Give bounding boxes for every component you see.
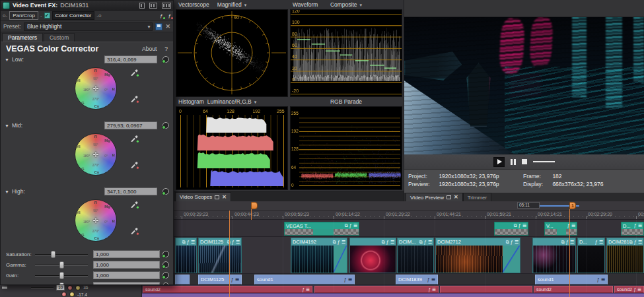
- play-button[interactable]: [493, 157, 505, 167]
- edit-cursor-line[interactable]: [229, 211, 230, 297]
- color-wheel[interactable]: RMgBCyGYl90°0°180°270°✛: [75, 67, 117, 110]
- track-volume-value[interactable]: 10: [56, 284, 65, 290]
- pan-crop-icon[interactable]: ⧉: [419, 239, 423, 246]
- event-menu-icon[interactable]: ☰: [353, 222, 357, 229]
- event-menu-icon[interactable]: ☰: [601, 277, 605, 283]
- timeline-clip-video[interactable]: D...ƒ☰: [577, 238, 605, 273]
- timeline-clip-title[interactable]: D...ƒ☰: [621, 222, 644, 236]
- slider-track[interactable]: [35, 282, 88, 285]
- event-menu-icon[interactable]: ☰: [638, 239, 642, 246]
- timeline-clip-audio[interactable]: DCIM1125ƒ☰: [198, 275, 242, 284]
- tab-trimmer[interactable]: Trimmer: [463, 193, 491, 201]
- timeline-clip-title[interactable]: V...ƒ☰: [544, 222, 577, 236]
- event-fx-icon[interactable]: ƒ: [427, 277, 430, 283]
- slider-thumb[interactable]: [51, 251, 55, 258]
- stop-button[interactable]: [522, 159, 527, 164]
- eyedropper-complement-icon[interactable]: [130, 94, 139, 103]
- mute-icon[interactable]: [61, 292, 67, 297]
- slider-thumb[interactable]: [59, 272, 64, 279]
- animate-keyframe-icon[interactable]: [162, 261, 169, 268]
- timeline-clip-audio[interactable]: sound1ƒ☰: [254, 275, 355, 284]
- timeline-clip-audio2[interactable]: sound2: [534, 286, 613, 293]
- event-menu-icon[interactable]: ☰: [390, 239, 394, 246]
- timeline-clip-audio2[interactable]: [440, 286, 532, 293]
- region-label[interactable]: 05:11: [517, 202, 540, 209]
- preview-options-button[interactable]: [533, 160, 555, 164]
- event-menu-icon[interactable]: ☰: [348, 277, 352, 283]
- animate-keyframe-icon[interactable]: [162, 272, 169, 279]
- tab-video-preview[interactable]: Video Preview ✕: [406, 193, 463, 201]
- slider-thumb[interactable]: [59, 261, 64, 269]
- histogram-mode-dropdown[interactable]: Luminance/R,G,B: [207, 98, 257, 105]
- event-fx-icon[interactable]: ƒ: [349, 222, 352, 229]
- collapse-arrow-icon[interactable]: ▼: [5, 189, 9, 194]
- pan-crop-icon[interactable]: ⧉: [506, 239, 509, 246]
- timeline-clip-video[interactable]: ⧉ƒ☰: [175, 238, 197, 273]
- timeline-marker-flag[interactable]: [251, 202, 258, 209]
- color-wheel[interactable]: RMgBCyGYl90°0°180°270°✛: [75, 199, 117, 242]
- event-fx-icon[interactable]: ƒ: [303, 286, 305, 292]
- timeline-marker-flag[interactable]: 1: [569, 202, 576, 209]
- timeline-clip-video[interactable]: DCIM1125⧉ƒ☰: [198, 238, 242, 273]
- wheel-value-field[interactable]: 347,1; 0,500: [104, 187, 157, 195]
- timeline-clip-video[interactable]: ⧉ƒ☰: [349, 238, 396, 273]
- about-link[interactable]: About: [142, 46, 157, 52]
- preset-dropdown[interactable]: Blue Highlight: [24, 22, 153, 31]
- event-menu-icon[interactable]: ☰: [522, 222, 526, 229]
- collapse-arrow-icon[interactable]: ▼: [5, 57, 9, 62]
- close-icon[interactable]: ✕: [454, 195, 458, 200]
- event-menu-icon[interactable]: ☰: [341, 239, 345, 246]
- event-fx-icon[interactable]: ƒ: [595, 239, 598, 246]
- add-fx-icon[interactable]: ƒ: [160, 13, 163, 19]
- event-fx-icon[interactable]: ƒ: [187, 239, 190, 246]
- pan-crop-icon[interactable]: ⧉: [629, 239, 633, 246]
- eyedropper-add-icon[interactable]: [130, 68, 139, 77]
- fx-window-titlebar[interactable]: Video Event FX: DCIM1931: [1, 1, 173, 11]
- close-icon[interactable]: ✕: [222, 195, 227, 200]
- timeline-clip-audio2[interactable]: sound2ƒ☰: [614, 286, 644, 293]
- timeline-clip-video[interactable]: DCIM2817⧉ƒ☰: [606, 238, 644, 273]
- slider-track[interactable]: [35, 271, 88, 280]
- event-fx-icon[interactable]: ƒ: [424, 239, 427, 246]
- pan-crop-icon[interactable]: ⧉: [561, 239, 565, 246]
- fx-tab-parameters[interactable]: Parameters: [2, 33, 43, 42]
- timeline-clip-video[interactable]: DCIM4192⧉ƒ☰: [291, 238, 347, 273]
- event-fx-icon[interactable]: ƒ: [566, 239, 569, 246]
- track-volume-fader[interactable]: [31, 285, 54, 290]
- event-menu-icon[interactable]: ☰: [306, 286, 310, 292]
- restore-window-icon[interactable]: [215, 195, 219, 199]
- event-fx-icon[interactable]: ƒ: [597, 277, 600, 283]
- save-preset-icon[interactable]: [155, 23, 162, 30]
- slider-track[interactable]: [35, 250, 88, 259]
- animate-keyframe-icon[interactable]: [162, 188, 169, 195]
- remove-fx-icon[interactable]: ƒ: [168, 13, 172, 19]
- slider-track[interactable]: [35, 261, 88, 269]
- event-menu-icon[interactable]: ☰: [637, 286, 641, 292]
- event-menu-icon[interactable]: ☰: [428, 239, 432, 246]
- wheel-crosshair[interactable]: ✛: [92, 85, 98, 92]
- restore-window-icon[interactable]: [447, 195, 451, 199]
- wheel-crosshair[interactable]: ✛: [92, 217, 98, 224]
- event-fx-icon[interactable]: ƒ: [338, 239, 340, 246]
- slider-value-field[interactable]: 1,000: [93, 250, 160, 258]
- dock-layout-2-icon[interactable]: [149, 3, 157, 9]
- color-corrector-chip[interactable]: Color Corrector: [52, 11, 95, 20]
- delete-preset-icon[interactable]: ✕: [165, 24, 170, 30]
- timeline-clip-audio[interactable]: sound1ƒ☰: [535, 275, 608, 284]
- pan-crop-button[interactable]: Pan/Crop: [9, 11, 38, 20]
- animate-keyframe-icon[interactable]: [162, 56, 169, 63]
- wheel-value-field[interactable]: 316,4; 0,069: [104, 55, 157, 63]
- event-menu-icon[interactable]: ☰: [599, 239, 603, 246]
- event-fx-icon[interactable]: ƒ: [386, 239, 389, 246]
- event-menu-icon[interactable]: ☰: [235, 277, 239, 283]
- dock-layout-1-icon[interactable]: [139, 3, 145, 9]
- eyedropper-add-icon[interactable]: [130, 200, 139, 209]
- solo-icon[interactable]: [69, 292, 75, 297]
- pan-crop-icon[interactable]: ⧉: [345, 222, 348, 229]
- slider-value-field[interactable]: 1,000: [93, 261, 160, 269]
- timeline-clip-audio[interactable]: DCIM1839ƒ☰: [396, 275, 438, 284]
- timeline-clip-video[interactable]: DCIM2712⧉ƒ☰: [435, 238, 520, 273]
- timeline-clip-video[interactable]: DCIM...⧉ƒ☰: [397, 238, 434, 273]
- animate-keyframe-icon[interactable]: [162, 122, 169, 129]
- solo-icon[interactable]: [75, 285, 81, 290]
